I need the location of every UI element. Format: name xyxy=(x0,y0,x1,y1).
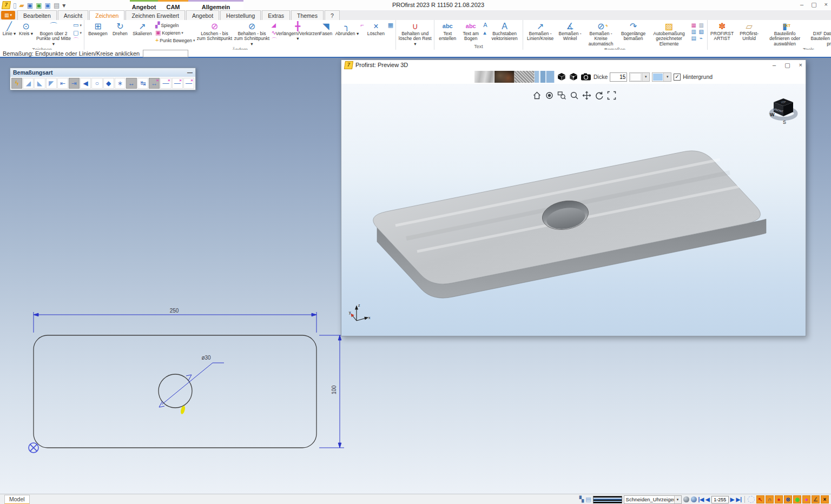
texture-blue-reflection[interactable] xyxy=(535,71,555,83)
ribbon-button-behalten-bis-zum-schnittpunkt[interactable]: ⊘Behalten - bis zum Schnittpunkt ▾ xyxy=(234,21,269,47)
home-view-icon[interactable] xyxy=(532,90,542,100)
ribbon-button-verl-ngern-verk-rzen[interactable]: ╋Verlängern/Verkürzen ▾ xyxy=(279,21,316,42)
solid-view-cube-icon[interactable] xyxy=(557,72,566,81)
drawing-canvas[interactable]: 250 100 ø30 Bemaß xyxy=(0,58,831,494)
menu-tab-extras[interactable]: Extras xyxy=(262,10,290,20)
ribbon-button-bauteilinfo-definieren-oder-ausw-hlen[interactable]: ▮TXTBauteilinfo definieren oder auswähle… xyxy=(764,21,806,47)
ribbon-small-icon[interactable]: ▦ xyxy=(388,22,393,29)
thickness-input[interactable] xyxy=(610,72,627,82)
save-icon[interactable]: ▣ xyxy=(27,2,33,9)
first-frame-button[interactable]: |◀ xyxy=(698,496,704,502)
snap-angle-toggle[interactable]: ∠ xyxy=(812,495,820,503)
ribbon-button-l-schen-bis-zum-schnittpunkt[interactable]: ⊘Löschen - bis zum Schnittpunkt xyxy=(196,21,232,42)
ribbon-small-icon[interactable]: ▧ xyxy=(698,29,705,35)
dim-contour-auto-button[interactable]: ϟ xyxy=(11,78,22,89)
ribbon-button-punkt-bewegen[interactable]: +Punkt Bewegen▾ xyxy=(155,37,195,44)
ribbon-small-icon[interactable]: ▤ xyxy=(690,35,697,41)
ribbon-small-icon[interactable]: ⌁ xyxy=(698,35,705,41)
open-folder-icon[interactable]: ▰ xyxy=(19,2,24,9)
view-eye-icon[interactable] xyxy=(544,90,554,100)
render-sphere-dark-icon[interactable] xyxy=(683,496,689,502)
menu-tab-themes[interactable]: Themes xyxy=(291,10,324,20)
ribbon-button-behalten-und-l-sche-den-rest[interactable]: ∪Behalten und lösche den Rest ▾ xyxy=(398,21,432,47)
preview-minimize-button[interactable]: – xyxy=(773,62,776,69)
palette-minimize-icon[interactable]: — xyxy=(187,70,193,76)
cut-style-dropdown[interactable]: Schneiden_Uhrzeiger ▾ xyxy=(624,495,682,504)
render-sphere-blue-icon[interactable] xyxy=(691,496,697,502)
ribbon-small-icon[interactable]: ◢ xyxy=(271,22,277,29)
snap-corner-toggle[interactable]: ↖ xyxy=(756,495,764,503)
zoom-icon[interactable] xyxy=(569,90,579,100)
dim-diamond-solid-button[interactable]: ◆ xyxy=(103,78,114,89)
background-color-select[interactable]: ▾ xyxy=(652,72,671,82)
profirst-logo[interactable]: 7 xyxy=(2,1,11,9)
ribbon-button-abrunden[interactable]: ╮Abrunden ▾ xyxy=(335,21,359,36)
frame-range-input[interactable] xyxy=(711,496,729,503)
construction-circle-toggle[interactable] xyxy=(748,496,755,503)
ribbon-small-icon[interactable]: ▢▾ xyxy=(73,29,82,36)
last-frame-button[interactable]: ▶| xyxy=(736,496,742,502)
menu-tab-[interactable]: ? xyxy=(325,10,340,20)
ribbon-small-icon[interactable]: ▥ xyxy=(698,22,705,28)
dim-limit-bars-button[interactable]: ↹ xyxy=(137,78,148,89)
ribbon-button-bogen-ber-2-punkte-und-mitte[interactable]: ⌒Bogen über 2 Punkte und Mitte ▾ xyxy=(36,21,71,47)
dim-aligned-button[interactable]: ◢ xyxy=(23,78,34,89)
ribbon-small-icon[interactable]: A xyxy=(483,22,487,29)
link-parts-icon[interactable]: ▚ xyxy=(579,496,584,502)
texture-brushed-steel[interactable] xyxy=(474,71,494,83)
new-document-icon[interactable]: ▯ xyxy=(13,2,17,9)
dim-double-arrow-button[interactable]: ↔ xyxy=(126,78,137,89)
snap-contour-toggle[interactable]: ∩ xyxy=(766,495,774,503)
preview-close-button[interactable]: × xyxy=(799,62,802,69)
zoom-fit-icon[interactable] xyxy=(606,90,616,100)
dim-horizontal-button[interactable]: ◣ xyxy=(34,78,45,89)
menu-tab-herstellung[interactable]: Herstellung xyxy=(220,10,261,20)
ribbon-small-icon[interactable]: ▴ xyxy=(483,29,487,36)
dim-arrow-out-right-button[interactable]: ⇥ xyxy=(69,78,80,89)
dim-x-center-button[interactable]: ↔× xyxy=(149,78,160,89)
dim-arrow-solid-button[interactable]: ◀ xyxy=(80,78,91,89)
texture-rusty-metal[interactable] xyxy=(494,71,515,83)
ribbon-button-bogenl-nge-bema-en[interactable]: ↷Bogenlänge bemaßen xyxy=(619,21,648,42)
dim-x-left-button[interactable]: —× xyxy=(172,78,183,89)
snap-circle-toggle[interactable]: ◉ xyxy=(793,495,801,503)
menu-tab-zeichnen-erweitert[interactable]: Zeichnen Erweitert xyxy=(126,10,185,20)
snap-off-toggle[interactable]: × xyxy=(821,495,829,503)
minimize-button[interactable]: – xyxy=(800,1,803,8)
layers-icon[interactable]: ▤ xyxy=(585,496,591,502)
ribbon-small-icon[interactable]: ▥ xyxy=(690,29,697,35)
menu-tab-ansicht[interactable]: Ansicht xyxy=(58,10,88,20)
pan-icon[interactable] xyxy=(582,90,591,100)
preview-viewport[interactable]: TOP FRONT W S z y x xyxy=(341,84,806,336)
background-checkbox[interactable]: ✓ xyxy=(674,74,681,81)
texture-diagonal-weave[interactable] xyxy=(515,71,535,83)
model-tab[interactable]: Model xyxy=(4,495,30,504)
prompt-input[interactable] xyxy=(143,50,188,57)
rotate-view-icon[interactable] xyxy=(594,90,604,100)
menu-tab-zeichnen[interactable]: Zeichnen xyxy=(89,10,124,20)
material-color-select[interactable]: ▾ xyxy=(629,72,650,82)
ribbon-button-kreis[interactable]: ⊙Kreis ▾ xyxy=(18,21,34,36)
save-as-icon[interactable]: ▣ xyxy=(45,2,51,9)
app-menu-button[interactable]: ▥ ▾ xyxy=(1,11,15,19)
menu-tab-angebot[interactable]: Angebot xyxy=(186,10,219,20)
prev-frame-button[interactable]: ◀ xyxy=(705,496,710,502)
ribbon-small-icon[interactable]: ▭▾ xyxy=(73,22,82,29)
maximize-button[interactable]: ▢ xyxy=(811,1,816,8)
dim-x-end-button[interactable]: —× xyxy=(183,78,194,89)
ribbon-small-icon[interactable]: ⌒ xyxy=(73,37,82,44)
qat-more-dropdown[interactable]: ▾ xyxy=(62,2,65,9)
menu-tab-bearbeiten[interactable]: Bearbeiten xyxy=(17,10,57,20)
snap-midpoint-toggle[interactable]: ● xyxy=(802,495,810,503)
ribbon-button-autobema-ung-gezeichneter-elemente[interactable]: ▨Autobemaßung gezeichneter Elemente xyxy=(650,21,689,47)
ribbon-button-buchstaben-vektorisieren[interactable]: ABuchstaben vektorisieren xyxy=(489,21,520,42)
ribbon-button-fasen[interactable]: ◥Fasen xyxy=(318,21,333,36)
next-frame-button[interactable]: ▶ xyxy=(730,496,735,502)
save-all-icon[interactable]: ▣ xyxy=(36,2,42,9)
dim-point-mark-button[interactable]: ∗ xyxy=(115,78,126,89)
ribbon-button-text-erstellen[interactable]: abcText erstellen xyxy=(437,21,458,42)
dim-vertical-button[interactable]: ◤ xyxy=(46,78,57,89)
ribbon-button-bewegen[interactable]: ⊞Bewegen xyxy=(87,21,109,36)
ribbon-button-bema-en-kreise-automatisch[interactable]: ⊘ϟBemaßen - Kreise automatisch xyxy=(585,21,617,47)
part-outline[interactable] xyxy=(34,335,316,448)
